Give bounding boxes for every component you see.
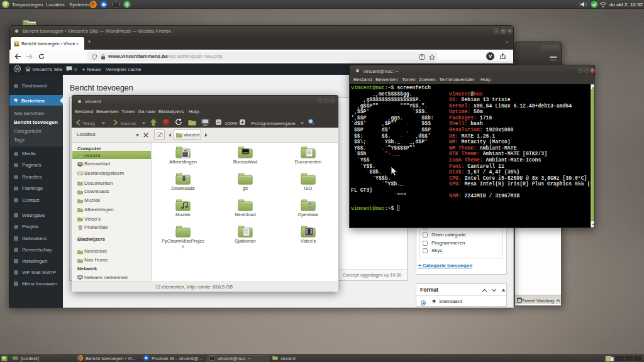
svg-text:W: W [15, 67, 19, 71]
